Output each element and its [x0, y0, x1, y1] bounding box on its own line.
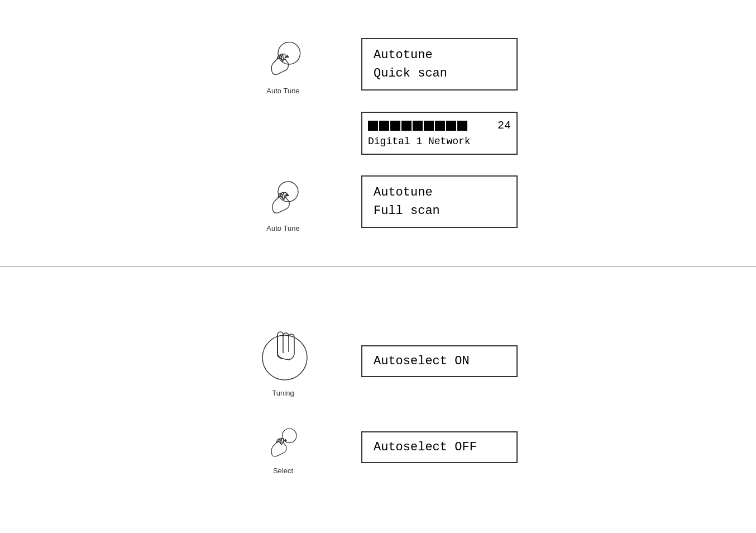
autotune-full-line1: Autotune: [374, 183, 505, 202]
autotune-full-label: Auto Tune: [266, 224, 299, 232]
progress-row: 24: [368, 117, 511, 134]
svg-marker-6: [284, 439, 287, 441]
progress-blocks: [368, 121, 467, 131]
tuning-icon: [252, 325, 314, 387]
autotune-quick-line2: Quick scan: [374, 64, 505, 83]
autotune-full-row: Auto Tune Autotune Full scan: [0, 172, 756, 232]
block-8: [446, 121, 456, 131]
digital-network-display: 24 Digital 1 Network: [361, 112, 518, 155]
auto-tune-full-icon: [258, 172, 308, 222]
autotune-quick-row: Auto Tune Autotune Quick scan: [0, 34, 756, 95]
block-9: [457, 121, 467, 131]
block-7: [435, 121, 445, 131]
autotune-quick-display: Autotune Quick scan: [361, 38, 518, 91]
autoselect-off-row: Select Autoselect OFF: [0, 420, 756, 475]
block-1: [368, 121, 378, 131]
autotune-full-line2: Full scan: [374, 202, 505, 220]
top-section: Auto Tune Autotune Quick scan: [0, 0, 756, 266]
autoselect-off-icon-area: Select: [238, 420, 328, 475]
autotune-quick-icon-area: Auto Tune: [238, 34, 328, 95]
autotune-full-display: Autotune Full scan: [361, 175, 518, 228]
svg-marker-1: [286, 55, 289, 58]
block-4: [401, 121, 412, 131]
svg-point-4: [262, 335, 307, 380]
svg-point-2: [278, 182, 298, 202]
autotune-quick-line1: Autotune: [374, 46, 505, 64]
block-5: [413, 121, 423, 131]
block-6: [424, 121, 434, 131]
autoselect-on-icon-area: Tuning: [238, 325, 328, 397]
autotune-full-icon-area: Auto Tune: [238, 172, 328, 232]
bottom-section: Tuning Autoselect ON: [0, 267, 756, 534]
autotune-quick-label: Auto Tune: [266, 87, 299, 95]
block-2: [379, 121, 389, 131]
main-container: Auto Tune Autotune Quick scan: [0, 0, 756, 533]
auto-tune-quick-icon: [258, 34, 308, 84]
select-label: Select: [273, 467, 293, 475]
progress-number: 24: [497, 117, 511, 134]
block-3: [390, 121, 400, 131]
autoselect-on-display: Autoselect ON: [361, 345, 518, 377]
autoselect-on-row: Tuning Autoselect ON: [0, 325, 756, 397]
autoselect-off-display: Autoselect OFF: [361, 431, 518, 463]
digital-network-row: 24 Digital 1 Network: [0, 112, 756, 155]
select-icon: [261, 420, 305, 464]
digital-network-label: Digital 1 Network: [368, 134, 511, 149]
tuning-label: Tuning: [272, 389, 294, 397]
svg-point-0: [278, 42, 300, 64]
